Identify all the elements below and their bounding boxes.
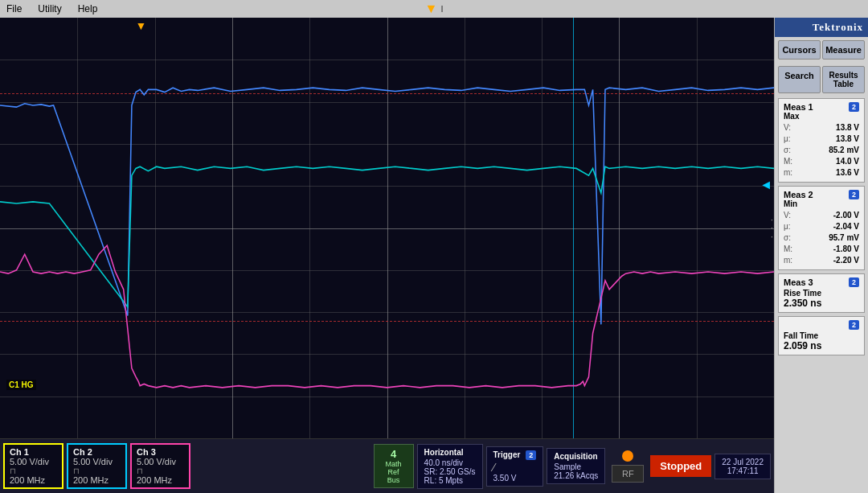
meas1-badge: 2	[849, 102, 859, 112]
tektronix-logo: Tektronix	[775, 18, 868, 37]
meas2-title: Meas 2 2	[784, 190, 859, 199]
trigger-box: Trigger 2 ∕ 3.50 V	[486, 446, 544, 487]
panel-second-buttons: Search Results Table	[775, 63, 868, 97]
horizontal-title: Horizontal	[424, 448, 476, 457]
ch2-vdiv: 5.00 V/div	[73, 457, 121, 466]
meas4-badge: 2	[849, 320, 859, 330]
ch3-coupling-icon: ⊓	[137, 466, 184, 475]
meas4-subtitle: Fall Time	[784, 331, 859, 340]
ch3-bw: 200 MHz	[137, 475, 184, 485]
ch3-title: Ch 3	[137, 447, 184, 457]
ch1-title: Ch 1	[10, 447, 57, 457]
acquisition-title: Acquisition	[554, 452, 598, 461]
meas1-box: Meas 1 2 Max V: 13.8 V μ: 13.8 V σ: 85.2…	[778, 98, 865, 183]
acquisition-mode: Sample	[554, 462, 598, 471]
trigger-symbol-slash: ∕	[493, 461, 537, 474]
search-button[interactable]: Search	[778, 66, 821, 93]
trigger-icon: ▼	[425, 2, 438, 16]
scope-screen: ▼ C1 HG ··· ◄	[0, 18, 774, 438]
math-ref-bus-number: 4	[381, 448, 407, 460]
horizontal-sr: SR: 2.50 GS/s	[424, 467, 476, 476]
scope-display: ▼ C1 HG ··· ◄	[0, 18, 774, 493]
meas2-row-mu: μ: -2.04 V	[784, 221, 859, 232]
ch2-coupling-icon: ⊓	[73, 466, 121, 475]
right-panel: Tektronix Cursors Measure Search Results…	[774, 18, 868, 493]
trigger-symbol: I	[440, 4, 443, 14]
measure-button[interactable]: Measure	[822, 40, 865, 60]
horizontal-box: Horizontal 40.0 ns/div SR: 2.50 GS/s RL:…	[417, 444, 483, 489]
main-content: ▼ C1 HG ··· ◄	[0, 18, 868, 493]
meas4-value: 2.059 ns	[784, 340, 859, 351]
meas2-row-sigma: σ: 95.7 mV	[784, 232, 859, 244]
meas2-row-M: M: -1.80 V	[784, 244, 859, 255]
trigger-badge: 2	[526, 450, 536, 460]
math-ref-bus-box[interactable]: 4 Math Ref Bus	[374, 444, 414, 488]
ch1-bw: 200 MHz	[10, 475, 57, 485]
meas2-box: Meas 2 2 Min V: -2.00 V μ: -2.04 V σ: 95…	[778, 186, 865, 270]
meas3-title: Meas 3 2	[784, 277, 859, 287]
meas1-row-mu: μ: 13.8 V	[784, 134, 859, 145]
meas2-subtitle: Min	[784, 199, 859, 208]
status-bar: Ch 1 5.00 V/div ⊓ 200 MHz Ch 2 5.00 V/di…	[0, 438, 774, 493]
menu-file[interactable]: File	[6, 3, 22, 14]
meas2-row-m: m: -2.20 V	[784, 255, 859, 266]
meas3-badge: 2	[849, 277, 859, 287]
trigger-title: Trigger 2	[493, 450, 537, 459]
acquisition-rate: 21.26 kAcqs	[554, 471, 598, 480]
horizontal-rl: RL: 5 Mpts	[424, 476, 476, 485]
ch1-info: Ch 1 5.00 V/div ⊓ 200 MHz	[3, 443, 63, 489]
menu-utility[interactable]: Utility	[38, 3, 61, 14]
cursors-button[interactable]: Cursors	[778, 40, 821, 60]
waveform-svg	[0, 18, 774, 438]
ch1-coupling-icon: ⊓	[10, 466, 57, 475]
ch2-info: Ch 2 5.00 V/div ⊓ 200 MHz	[67, 443, 127, 489]
ch3-vdiv: 5.00 V/div	[137, 457, 184, 466]
trigger-voltage: 3.50 V	[493, 474, 537, 483]
meas3-value: 2.350 ns	[784, 298, 859, 309]
ch2-title: Ch 2	[73, 447, 121, 457]
meas1-row-v: V: 13.8 V	[784, 122, 859, 134]
rf-box[interactable]: RF	[612, 465, 644, 483]
time-display: 17:47:11	[722, 466, 764, 475]
horizontal-ns-div: 40.0 ns/div	[424, 458, 476, 467]
rf-indicator-dot	[622, 450, 633, 462]
ch1-label: C1 HG	[6, 380, 36, 390]
menu-help[interactable]: Help	[78, 3, 98, 14]
dots-indicator: ···	[771, 215, 773, 240]
meas1-row-m: m: 13.6 V	[784, 167, 859, 179]
bus-label: Bus	[381, 476, 407, 484]
datetime-box: 22 Jul 2022 17:47:11	[714, 454, 771, 479]
date-display: 22 Jul 2022	[722, 458, 764, 466]
meas4-box: 2 Fall Time 2.059 ns	[778, 316, 865, 355]
ch3-info: Ch 3 5.00 V/div ⊓ 200 MHz	[130, 443, 190, 489]
meas4-title: 2	[784, 320, 859, 330]
meas3-box: Meas 3 2 Rise Time 2.350 ns	[778, 273, 865, 313]
meas1-row-M: M: 14.0 V	[784, 156, 859, 167]
results-table-button[interactable]: Results Table	[822, 66, 865, 93]
panel-top-buttons: Cursors Measure	[775, 37, 868, 63]
ch2-arrow-indicator: ◄	[760, 178, 772, 192]
meas1-row-sigma: σ: 85.2 mV	[784, 145, 859, 156]
stopped-button[interactable]: Stopped	[650, 455, 711, 477]
math-label: Math	[381, 460, 407, 468]
ch1-vdiv: 5.00 V/div	[10, 457, 57, 466]
meas2-row-v: V: -2.00 V	[784, 210, 859, 221]
meas2-badge: 2	[849, 190, 859, 199]
meas3-subtitle: Rise Time	[784, 289, 859, 298]
ch2-bw: 200 MHz	[73, 475, 121, 485]
ref-label: Ref	[381, 468, 407, 476]
acquisition-box: Acquisition Sample 21.26 kAcqs	[547, 448, 605, 484]
meas1-subtitle: Max	[784, 112, 859, 121]
menu-bar: File Utility Help ▼ I	[0, 0, 868, 18]
meas1-title: Meas 1 2	[784, 102, 859, 112]
